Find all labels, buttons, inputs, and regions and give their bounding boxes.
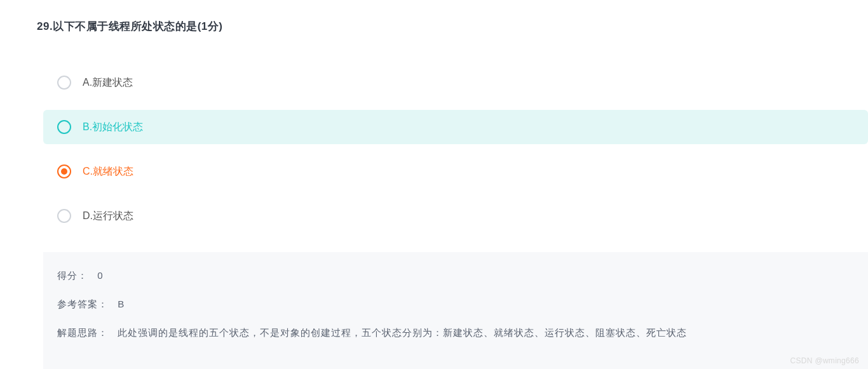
option-label: C.就绪状态	[83, 165, 133, 178]
radio-icon	[57, 209, 71, 223]
explanation-value: 此处强调的是线程的五个状态，不是对象的创建过程，五个状态分别为：新建状态、就绪状…	[118, 327, 687, 339]
explanation-row: 解题思路： 此处强调的是线程的五个状态，不是对象的创建过程，五个状态分别为：新建…	[57, 327, 854, 339]
question-title: 29.以下不属于线程所处状态的是(1分)	[37, 19, 868, 34]
option-b[interactable]: B.初始化状态	[43, 110, 868, 144]
radio-icon	[57, 76, 71, 90]
option-d[interactable]: D.运行状态	[43, 199, 868, 233]
options-list: A.新建状态 B.初始化状态 C.就绪状态 D.运行状态	[43, 65, 868, 233]
option-label: D.运行状态	[83, 210, 133, 223]
explanation-label: 解题思路：	[57, 327, 108, 339]
option-label: B.初始化状态	[83, 121, 143, 134]
radio-selected-icon	[57, 164, 71, 178]
score-label: 得分：	[57, 270, 88, 282]
score-row: 得分： 0	[57, 270, 854, 282]
answer-box: 得分： 0 参考答案： B 解题思路： 此处强调的是线程的五个状态，不是对象的创…	[43, 252, 868, 369]
reference-answer-label: 参考答案：	[57, 299, 108, 311]
radio-icon	[57, 120, 71, 134]
reference-answer-value: B	[118, 299, 125, 309]
option-c[interactable]: C.就绪状态	[43, 154, 868, 189]
option-a[interactable]: A.新建状态	[43, 65, 868, 100]
watermark: CSDN @wming666	[790, 356, 859, 365]
option-label: A.新建状态	[83, 76, 133, 90]
reference-answer-row: 参考答案： B	[57, 299, 854, 311]
score-value: 0	[97, 270, 103, 281]
question-container: 29.以下不属于线程所处状态的是(1分) A.新建状态 B.初始化状态 C.就绪…	[0, 0, 868, 369]
